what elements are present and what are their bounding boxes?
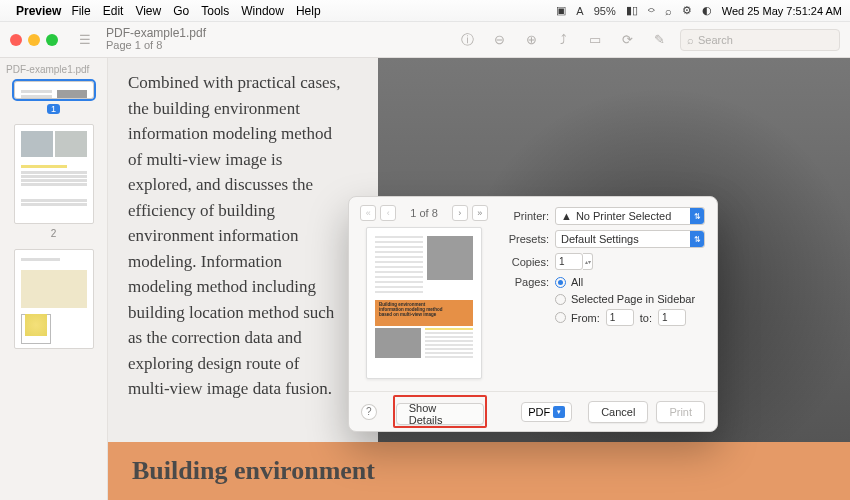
from-input[interactable]: 1 bbox=[606, 309, 634, 326]
presets-value: Default Settings bbox=[561, 233, 639, 245]
siri-icon[interactable]: ◐ bbox=[702, 4, 712, 17]
thumbnail-page-1[interactable] bbox=[14, 81, 94, 99]
markup-icon[interactable]: ✎ bbox=[648, 29, 670, 51]
chevron-updown-icon: ⇅ bbox=[690, 231, 704, 247]
printer-select[interactable]: ▲ No Printer Selected ⇅ bbox=[555, 207, 705, 225]
thumbnail-page-3[interactable] bbox=[14, 249, 94, 349]
prev-page-button[interactable]: ‹ bbox=[380, 205, 396, 221]
first-page-button[interactable]: « bbox=[360, 205, 376, 221]
from-label: From: bbox=[571, 312, 600, 324]
menu-go[interactable]: Go bbox=[173, 4, 189, 18]
menu-file[interactable]: File bbox=[71, 4, 90, 18]
print-dialog: « ‹ 1 of 8 › » Building environment info… bbox=[348, 196, 718, 432]
to-input[interactable]: 1 bbox=[658, 309, 686, 326]
pages-selected-radio[interactable] bbox=[555, 294, 566, 305]
battery-icon[interactable]: ▮▯ bbox=[626, 4, 638, 17]
pages-selected-label: Selected Page in Sidebar bbox=[571, 293, 695, 305]
menu-tools[interactable]: Tools bbox=[201, 4, 229, 18]
window-toolbar: ☰ PDF-example1.pdf Page 1 of 8 ⓘ ⊖ ⊕ ⤴ ▭… bbox=[0, 22, 850, 58]
cancel-button[interactable]: Cancel bbox=[588, 401, 648, 423]
help-button[interactable]: ? bbox=[361, 404, 377, 420]
pages-range-radio[interactable] bbox=[555, 312, 566, 323]
wifi-icon[interactable]: ⌔ bbox=[648, 5, 655, 17]
document-page-info: Page 1 of 8 bbox=[106, 40, 206, 52]
mini-banner-text: Building environment information modelin… bbox=[375, 300, 473, 321]
search-placeholder: Search bbox=[698, 34, 733, 46]
chevron-updown-icon: ⇅ bbox=[690, 208, 704, 224]
zoom-in-icon[interactable]: ⊕ bbox=[520, 29, 542, 51]
stage-manager-icon[interactable]: ▣ bbox=[556, 4, 566, 17]
show-details-button[interactable]: Show Details bbox=[396, 403, 485, 425]
printer-label: Printer: bbox=[499, 210, 549, 222]
minimize-window-button[interactable] bbox=[28, 34, 40, 46]
close-window-button[interactable] bbox=[10, 34, 22, 46]
info-icon[interactable]: ⓘ bbox=[456, 29, 478, 51]
system-menubar: Preview File Edit View Go Tools Window H… bbox=[0, 0, 850, 22]
chevron-down-icon: ▾ bbox=[553, 406, 565, 418]
pages-all-label: All bbox=[571, 276, 583, 288]
zoom-window-button[interactable] bbox=[46, 34, 58, 46]
copies-stepper[interactable]: ▴▾ bbox=[583, 253, 593, 270]
menu-edit[interactable]: Edit bbox=[103, 4, 124, 18]
presets-select[interactable]: Default Settings ⇅ bbox=[555, 230, 705, 248]
printer-value: No Printer Selected bbox=[576, 210, 671, 222]
pages-label: Pages: bbox=[499, 276, 549, 288]
battery-percent[interactable]: 95% bbox=[594, 5, 616, 17]
last-page-button[interactable]: » bbox=[472, 205, 488, 221]
share-icon[interactable]: ⤴ bbox=[552, 29, 574, 51]
page-number-2: 2 bbox=[6, 228, 101, 239]
pages-all-radio[interactable] bbox=[555, 277, 566, 288]
page-counter: 1 of 8 bbox=[410, 207, 438, 219]
sidebar-toggle-icon[interactable]: ☰ bbox=[74, 29, 96, 51]
thumbnail-page-2[interactable] bbox=[14, 124, 94, 224]
copies-label: Copies: bbox=[499, 256, 549, 268]
next-page-button[interactable]: › bbox=[452, 205, 468, 221]
control-center-icon[interactable]: ⚙ bbox=[682, 4, 692, 17]
menu-window[interactable]: Window bbox=[241, 4, 284, 18]
copies-input[interactable]: 1 bbox=[555, 253, 583, 270]
print-preview-page: Building environment information modelin… bbox=[366, 227, 482, 379]
pdf-dropdown-button[interactable]: PDF ▾ bbox=[521, 402, 572, 422]
document-info: PDF-example1.pdf Page 1 of 8 bbox=[106, 27, 206, 51]
print-button[interactable]: Print bbox=[656, 401, 705, 423]
menubar-clock[interactable]: Wed 25 May 7:51:24 AM bbox=[722, 5, 842, 17]
warning-icon: ▲ bbox=[561, 210, 572, 222]
menu-view[interactable]: View bbox=[135, 4, 161, 18]
highlight-icon[interactable]: ▭ bbox=[584, 29, 606, 51]
show-details-highlight: Show Details bbox=[393, 395, 488, 428]
page-number-1: 1 bbox=[47, 104, 60, 114]
sidebar-filename: PDF-example1.pdf bbox=[6, 64, 101, 75]
zoom-out-icon[interactable]: ⊖ bbox=[488, 29, 510, 51]
app-name[interactable]: Preview bbox=[16, 4, 61, 18]
window-traffic-lights bbox=[10, 34, 58, 46]
toolbar-search[interactable]: ⌕ Search bbox=[680, 29, 840, 51]
search-icon: ⌕ bbox=[687, 34, 694, 46]
spotlight-icon[interactable]: ⌕ bbox=[665, 5, 672, 17]
presets-label: Presets: bbox=[499, 233, 549, 245]
menu-help[interactable]: Help bbox=[296, 4, 321, 18]
thumbnails-sidebar: PDF-example1.pdf 1 2 bbox=[0, 58, 108, 500]
rotate-icon[interactable]: ⟳ bbox=[616, 29, 638, 51]
document-viewport: Combined with practical cases, the build… bbox=[108, 58, 850, 500]
to-label: to: bbox=[640, 312, 652, 324]
input-source-icon[interactable]: A bbox=[576, 5, 583, 17]
